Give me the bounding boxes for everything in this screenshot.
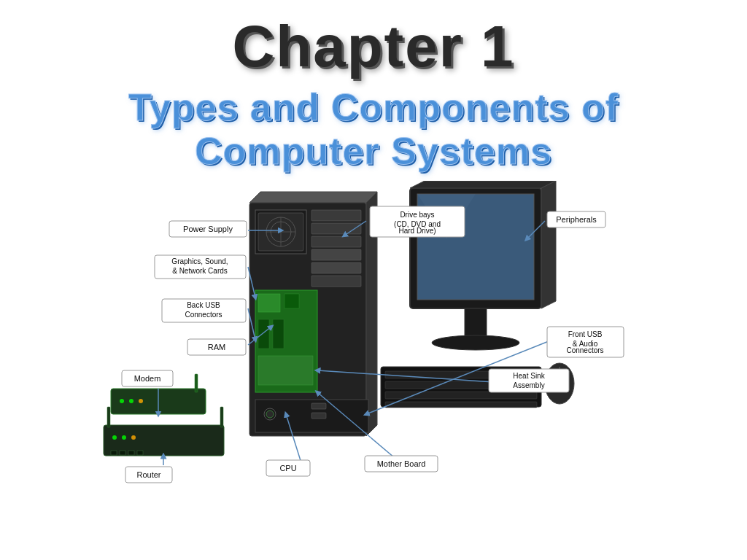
svg-text:Router: Router: [136, 470, 160, 479]
svg-line-57: [248, 267, 255, 298]
svg-text:Heat Sink: Heat Sink: [513, 372, 545, 380]
svg-text:RAM: RAM: [208, 343, 225, 351]
svg-text:Front USB: Front USB: [568, 330, 603, 338]
svg-text:Connectors: Connectors: [185, 311, 222, 319]
svg-rect-34: [385, 371, 537, 378]
svg-text:Modem: Modem: [134, 374, 161, 383]
svg-rect-68: [169, 221, 247, 237]
svg-rect-52: [111, 451, 117, 455]
svg-rect-93: [365, 456, 438, 472]
svg-rect-41: [111, 389, 206, 414]
svg-text:Hard Drive): Hard Drive): [398, 227, 436, 235]
svg-marker-0: [249, 192, 377, 203]
svg-rect-13: [273, 319, 284, 349]
page-container: Chapter 1 Types and Components of Comput…: [0, 0, 747, 560]
svg-point-42: [120, 399, 124, 403]
svg-line-59: [248, 327, 271, 345]
svg-rect-73: [162, 299, 246, 322]
svg-rect-8: [311, 276, 361, 287]
svg-text:Mother Board: Mother Board: [377, 459, 426, 468]
svg-text:& Network Cards: & Network Cards: [172, 267, 228, 275]
svg-rect-3: [311, 210, 361, 221]
chapter-title: Chapter 1: [233, 13, 515, 80]
svg-text:Assembly: Assembly: [513, 381, 544, 389]
svg-rect-55: [137, 451, 143, 455]
svg-rect-36: [385, 392, 537, 399]
svg-rect-50: [107, 407, 110, 427]
svg-rect-95: [122, 370, 173, 386]
svg-rect-35: [385, 381, 537, 389]
svg-line-62: [366, 341, 549, 414]
svg-text:& Audio: & Audio: [573, 340, 598, 348]
svg-line-61: [527, 221, 545, 239]
svg-rect-7: [311, 262, 361, 273]
svg-line-58: [248, 308, 255, 340]
svg-rect-1: [249, 203, 366, 436]
svg-text:Power Supply: Power Supply: [183, 225, 233, 233]
svg-rect-4: [311, 223, 361, 234]
svg-rect-6: [311, 249, 361, 260]
svg-text:Connectors: Connectors: [566, 346, 603, 354]
svg-text:CPU: CPU: [279, 464, 296, 472]
svg-rect-28: [417, 194, 534, 300]
svg-text:(CD, DVD and: (CD, DVD and: [394, 220, 441, 228]
svg-rect-84: [547, 327, 624, 357]
svg-rect-5: [311, 236, 361, 247]
svg-line-60: [344, 221, 366, 236]
svg-rect-54: [128, 451, 134, 455]
svg-rect-40: [557, 370, 562, 378]
svg-rect-91: [266, 460, 310, 476]
svg-point-48: [122, 435, 126, 440]
svg-rect-12: [258, 319, 269, 349]
svg-rect-14: [258, 356, 313, 385]
svg-rect-70: [155, 255, 246, 279]
svg-text:Peripherals: Peripherals: [556, 215, 597, 224]
svg-point-38: [545, 363, 574, 404]
svg-rect-11: [285, 294, 299, 308]
svg-rect-51: [220, 407, 223, 427]
svg-point-49: [131, 435, 136, 440]
svg-rect-97: [125, 467, 172, 483]
subtitle: Types and Components of Computer Systems: [128, 86, 619, 174]
svg-rect-78: [370, 206, 465, 237]
svg-text:Back USB: Back USB: [187, 301, 220, 309]
svg-point-17: [266, 217, 295, 246]
svg-point-43: [129, 399, 133, 403]
svg-rect-15: [255, 210, 306, 254]
svg-rect-45: [195, 374, 198, 392]
svg-rect-53: [120, 451, 125, 455]
svg-rect-22: [311, 403, 326, 409]
subtitle-line1: Types and Components of: [128, 86, 619, 128]
subtitle-line2: Computer Systems: [195, 130, 552, 172]
svg-marker-2: [366, 192, 377, 436]
svg-rect-46: [104, 425, 224, 456]
svg-point-25: [266, 411, 274, 418]
svg-text:Graphics, Sound,: Graphics, Sound,: [171, 257, 228, 265]
svg-marker-30: [541, 181, 556, 308]
svg-point-44: [139, 399, 143, 403]
svg-point-18: [271, 222, 291, 242]
svg-line-64: [286, 414, 302, 465]
svg-line-65: [317, 392, 399, 462]
svg-rect-31: [465, 308, 487, 341]
svg-rect-37: [385, 402, 537, 408]
svg-rect-23: [311, 413, 326, 419]
svg-rect-10: [258, 294, 280, 312]
svg-rect-76: [187, 339, 246, 355]
svg-marker-29: [417, 194, 476, 239]
diagram-area: Power Supply Graphics, Sound, & Network …: [89, 181, 658, 487]
svg-rect-21: [255, 400, 368, 432]
svg-text:Drive bays: Drive bays: [400, 211, 434, 219]
svg-rect-27: [410, 188, 541, 308]
svg-rect-16: [258, 213, 303, 251]
svg-point-24: [264, 408, 276, 420]
svg-rect-82: [547, 211, 605, 228]
svg-rect-9: [255, 290, 317, 392]
svg-marker-26: [410, 181, 556, 188]
svg-rect-33: [381, 367, 541, 407]
svg-point-32: [432, 335, 519, 350]
svg-point-47: [112, 435, 117, 440]
svg-line-63: [317, 370, 516, 384]
svg-rect-88: [489, 369, 569, 392]
